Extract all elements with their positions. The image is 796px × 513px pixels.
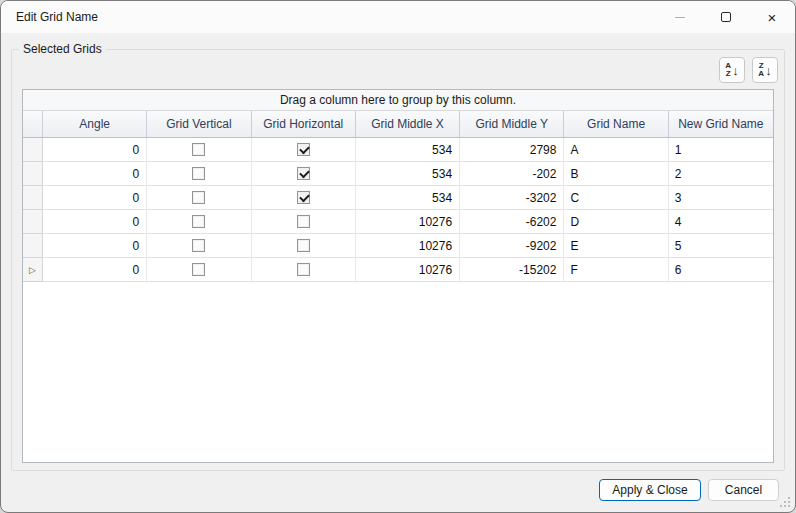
selected-grids-table: Drag a column here to group by this colu… <box>22 89 774 463</box>
cell-grid-middle-x[interactable]: 534 <box>356 138 460 162</box>
cell-grid-vertical[interactable] <box>147 234 251 258</box>
grid-vertical-checkbox[interactable] <box>192 239 205 252</box>
minimize-icon <box>675 17 685 18</box>
cell-grid-horizontal[interactable] <box>252 162 356 186</box>
cell-angle[interactable]: 0 <box>43 258 147 282</box>
grid-vertical-checkbox[interactable] <box>192 143 205 156</box>
cell-angle[interactable]: 0 <box>43 210 147 234</box>
cell-angle[interactable]: 0 <box>43 138 147 162</box>
column-header-grid-horizontal[interactable]: Grid Horizontal <box>252 111 356 137</box>
title-bar: Edit Grid Name × <box>1 1 795 33</box>
group-by-drop-area[interactable]: Drag a column here to group by this colu… <box>23 90 773 111</box>
column-header-grid-name[interactable]: Grid Name <box>564 111 668 137</box>
column-header-indicator <box>23 111 43 137</box>
grid-horizontal-checkbox[interactable] <box>297 215 310 228</box>
cell-grid-vertical[interactable] <box>147 210 251 234</box>
cell-grid-name[interactable]: E <box>564 234 668 258</box>
cell-grid-middle-y[interactable]: 2798 <box>460 138 564 162</box>
sort-ascending-icon: A Z <box>725 62 731 78</box>
cell-angle[interactable]: 0 <box>43 234 147 258</box>
cell-grid-vertical[interactable] <box>147 138 251 162</box>
cell-grid-middle-x[interactable]: 10276 <box>356 234 460 258</box>
grid-horizontal-checkbox[interactable] <box>297 263 310 276</box>
cell-grid-horizontal[interactable] <box>252 258 356 282</box>
table-row: ▷ 0 10276 -15202 F 6 <box>23 258 773 282</box>
cell-new-grid-name[interactable]: 4 <box>669 210 773 234</box>
cell-angle[interactable]: 0 <box>43 186 147 210</box>
resize-grip[interactable] <box>780 497 791 508</box>
cell-grid-middle-y[interactable]: -9202 <box>460 234 564 258</box>
column-header-grid-vertical[interactable]: Grid Vertical <box>147 111 251 137</box>
cell-grid-middle-y[interactable]: -3202 <box>460 186 564 210</box>
grid-vertical-checkbox[interactable] <box>192 263 205 276</box>
sort-descending-icon: Z A <box>758 62 764 78</box>
sort-arrow-icon: ↓ <box>765 64 772 77</box>
cell-grid-middle-x[interactable]: 534 <box>356 186 460 210</box>
sort-arrow-icon: ↓ <box>732 64 739 77</box>
table-row: 0 10276 -6202 D 4 <box>23 210 773 234</box>
cell-new-grid-name[interactable]: 6 <box>669 258 773 282</box>
cell-new-grid-name[interactable]: 2 <box>669 162 773 186</box>
cell-grid-vertical[interactable] <box>147 186 251 210</box>
close-icon: × <box>768 10 777 25</box>
cell-grid-middle-x[interactable]: 10276 <box>356 258 460 282</box>
cell-grid-name[interactable]: C <box>564 186 668 210</box>
column-header-grid-middle-x[interactable]: Grid Middle X <box>356 111 460 137</box>
table-empty-area <box>23 282 773 462</box>
row-focus-icon: ▷ <box>29 265 36 275</box>
cell-new-grid-name[interactable]: 1 <box>669 138 773 162</box>
maximize-icon <box>721 12 731 22</box>
sort-toolbar: A Z ↓ Z A ↓ <box>719 57 778 83</box>
sort-descending-button[interactable]: Z A ↓ <box>752 57 778 83</box>
sort-ascending-button[interactable]: A Z ↓ <box>719 57 745 83</box>
cell-grid-name[interactable]: A <box>564 138 668 162</box>
cell-grid-vertical[interactable] <box>147 258 251 282</box>
window-title: Edit Grid Name <box>16 10 98 24</box>
window-controls: × <box>657 1 795 33</box>
groupbox-label: Selected Grids <box>19 42 106 56</box>
maximize-button[interactable] <box>703 1 749 33</box>
cell-grid-middle-y[interactable]: -6202 <box>460 210 564 234</box>
grid-horizontal-checkbox[interactable] <box>297 239 310 252</box>
row-selector[interactable] <box>23 186 43 210</box>
cell-new-grid-name[interactable]: 5 <box>669 234 773 258</box>
cell-grid-horizontal[interactable] <box>252 234 356 258</box>
grid-vertical-checkbox[interactable] <box>192 215 205 228</box>
table-row: 0 10276 -9202 E 5 <box>23 234 773 258</box>
cell-grid-vertical[interactable] <box>147 162 251 186</box>
grid-vertical-checkbox[interactable] <box>192 191 205 204</box>
selected-grids-groupbox: Selected Grids A Z ↓ Z A ↓ Drag a column… <box>11 49 785 471</box>
table-row: 0 534 2798 A 1 <box>23 138 773 162</box>
row-selector[interactable] <box>23 162 43 186</box>
cancel-button[interactable]: Cancel <box>708 479 779 501</box>
table-row: 0 534 -3202 C 3 <box>23 186 773 210</box>
row-selector[interactable] <box>23 234 43 258</box>
column-header-angle[interactable]: Angle <box>43 111 147 137</box>
sort-letter-bottom: Z <box>726 70 731 78</box>
row-selector[interactable] <box>23 138 43 162</box>
grid-vertical-checkbox[interactable] <box>192 167 205 180</box>
cell-grid-middle-y[interactable]: -15202 <box>460 258 564 282</box>
grid-horizontal-checkbox[interactable] <box>297 167 310 180</box>
cell-grid-horizontal[interactable] <box>252 138 356 162</box>
column-header-grid-middle-y[interactable]: Grid Middle Y <box>460 111 564 137</box>
cell-grid-name[interactable]: F <box>564 258 668 282</box>
apply-close-button[interactable]: Apply & Close <box>599 479 701 501</box>
minimize-button[interactable] <box>657 1 703 33</box>
cell-grid-middle-x[interactable]: 10276 <box>356 210 460 234</box>
cell-grid-horizontal[interactable] <box>252 186 356 210</box>
cell-new-grid-name[interactable]: 3 <box>669 186 773 210</box>
row-selector[interactable]: ▷ <box>23 258 43 282</box>
close-button[interactable]: × <box>749 1 795 33</box>
row-selector[interactable] <box>23 210 43 234</box>
cell-grid-name[interactable]: D <box>564 210 668 234</box>
grid-horizontal-checkbox[interactable] <box>297 143 310 156</box>
grid-horizontal-checkbox[interactable] <box>297 191 310 204</box>
column-header-new-grid-name[interactable]: New Grid Name <box>669 111 773 137</box>
cell-angle[interactable]: 0 <box>43 162 147 186</box>
cell-grid-horizontal[interactable] <box>252 210 356 234</box>
cell-grid-middle-y[interactable]: -202 <box>460 162 564 186</box>
cell-grid-name[interactable]: B <box>564 162 668 186</box>
cell-grid-middle-x[interactable]: 534 <box>356 162 460 186</box>
table-row: 0 534 -202 B 2 <box>23 162 773 186</box>
